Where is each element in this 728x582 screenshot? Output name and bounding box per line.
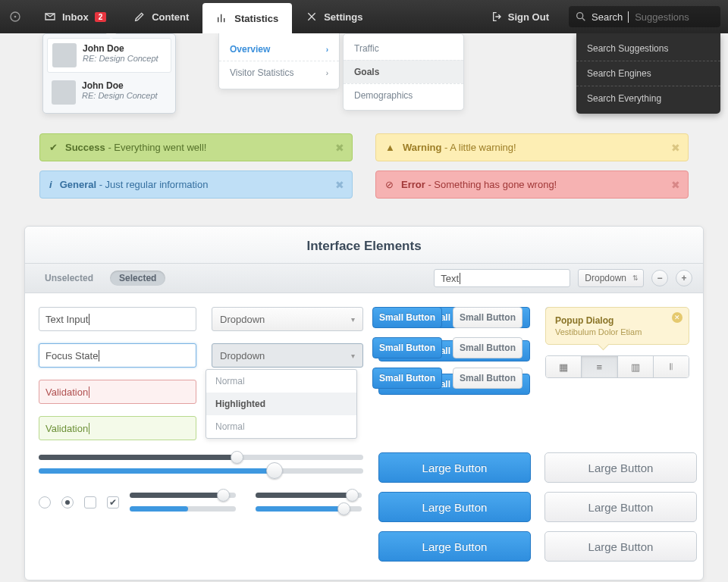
minus-button[interactable]: −: [651, 270, 668, 286]
close-icon[interactable]: ✖: [671, 142, 680, 154]
inbox-item[interactable]: John DoeRE: Design Concept: [47, 76, 171, 109]
small-button[interactable]: Small Button: [453, 368, 522, 389]
tab-selected[interactable]: Selected: [110, 271, 165, 286]
stats-submenu: Traffic Goals Demographics: [343, 33, 464, 111]
stats-menu-item[interactable]: Overview›: [219, 38, 339, 61]
sign-out-button[interactable]: Sign Out: [479, 0, 561, 33]
stats-menu: Overview› Visitor Statistics›: [218, 33, 340, 89]
close-icon[interactable]: ✕: [672, 312, 682, 323]
search-option[interactable]: Search Engines: [576, 61, 720, 86]
error-icon: ⊘: [385, 179, 394, 190]
plus-button[interactable]: +: [676, 270, 692, 286]
search-placeholder: Suggestions: [635, 11, 689, 23]
inbox-item[interactable]: John DoeRE: Design Concept: [47, 38, 171, 73]
close-icon[interactable]: ✖: [671, 179, 680, 191]
view-barcode-icon[interactable]: ⦀: [653, 356, 689, 377]
alert-error: ⊘Error - Something has gone wrong!✖: [375, 171, 689, 199]
small-button[interactable]: Small Button: [453, 337, 522, 358]
large-button-primary[interactable]: Large Button: [378, 492, 531, 522]
slider[interactable]: [39, 468, 363, 474]
mini-slider[interactable]: [130, 506, 236, 512]
popup-dialog: ✕ Popup Dialog Vestibulum Dolor Etiam: [545, 307, 689, 345]
text-input[interactable]: Text Input: [39, 307, 196, 331]
toolbar-dropdown[interactable]: Dropdown: [578, 269, 644, 287]
panel-title: Interface Elements: [25, 227, 703, 263]
nav-content[interactable]: Content: [120, 0, 202, 33]
mini-slider[interactable]: [130, 493, 236, 498]
large-button[interactable]: Large Button: [544, 492, 697, 522]
avatar: [52, 43, 77, 67]
alert-warning: ▲Warning - A little warning!✖: [375, 133, 689, 161]
large-button-primary[interactable]: Large Button: [378, 452, 531, 483]
inbox-popover: John DoeRE: Design Concept John DoeRE: D…: [42, 33, 176, 114]
small-button[interactable]: Small Button: [453, 307, 522, 328]
view-columns-icon[interactable]: ▥: [617, 356, 653, 377]
nav-settings[interactable]: Settings: [292, 0, 376, 33]
large-button-primary[interactable]: Large Button: [378, 531, 531, 562]
gear-icon: [306, 11, 318, 23]
signout-icon: [491, 11, 504, 23]
checkbox[interactable]: [84, 496, 96, 508]
nav-label: Inbox: [62, 11, 89, 23]
stats-icon: [216, 12, 228, 24]
search-icon: [575, 11, 587, 23]
large-button[interactable]: Large Button: [544, 531, 697, 562]
search-option[interactable]: Search Everything: [576, 86, 720, 111]
svg-point-2: [577, 13, 583, 19]
radio-checked[interactable]: [61, 496, 74, 508]
view-toggle: ▦ ≡ ▥ ⦀: [545, 355, 689, 378]
check-icon: ✔: [49, 142, 58, 153]
dropdown-menu: Normal Highlighted Normal: [206, 369, 357, 439]
radio[interactable]: [39, 496, 51, 508]
stats-menu-item[interactable]: Visitor Statistics›: [219, 61, 339, 84]
nav-inbox[interactable]: Inbox 2: [30, 0, 120, 33]
text-input-valid[interactable]: Validation: [39, 416, 196, 440]
small-button-primary[interactable]: Small Button: [372, 368, 442, 389]
alert-info: iGeneral - Just regular information✖: [39, 171, 353, 199]
submenu-demographics[interactable]: Demographics: [344, 83, 463, 107]
dropdown[interactable]: Dropdown: [212, 307, 363, 331]
app-icon[interactable]: [0, 0, 30, 33]
slider[interactable]: [39, 455, 363, 460]
text-input-focus[interactable]: Focus State: [39, 343, 196, 368]
toolbar-text-input[interactable]: Text: [434, 269, 570, 287]
large-button[interactable]: Large Button: [544, 452, 697, 483]
popup-title: Popup Dialog: [555, 315, 679, 326]
avatar: [52, 80, 76, 105]
popup-subtitle: Vestibulum Dolor Etiam: [555, 327, 679, 336]
nav-label: Statistics: [234, 13, 278, 24]
text-input-error[interactable]: Validation: [39, 380, 196, 404]
view-grid-icon[interactable]: ▦: [546, 356, 581, 377]
svg-point-1: [14, 16, 17, 18]
submenu-goals[interactable]: Goals: [344, 60, 463, 83]
edit-icon: [133, 11, 146, 23]
mini-slider[interactable]: [256, 493, 362, 498]
inbox-icon: [44, 11, 56, 23]
chevron-right-icon: ›: [326, 69, 328, 77]
submenu-traffic[interactable]: Traffic: [344, 37, 463, 60]
dropdown-option[interactable]: Normal: [206, 415, 356, 438]
chevron-right-icon: ›: [326, 45, 328, 54]
tab-unselected[interactable]: Unselected: [36, 271, 102, 286]
interface-panel: Interface Elements Unselected Selected T…: [24, 226, 704, 580]
info-icon: i: [49, 179, 52, 190]
search-suggestions: Search Suggestions Search Engines Search…: [576, 33, 720, 114]
inbox-badge: 2: [95, 12, 107, 22]
checkbox-checked[interactable]: ✔: [107, 496, 119, 508]
search-value: Search: [592, 11, 623, 23]
small-button-primary[interactable]: Small Button: [372, 337, 442, 358]
search-option[interactable]: Search Suggestions: [576, 36, 720, 61]
mini-slider[interactable]: [256, 506, 362, 512]
dropdown-option[interactable]: Highlighted: [206, 393, 356, 415]
search-input[interactable]: SearchSuggestions: [569, 6, 720, 27]
nav-statistics[interactable]: Statistics: [202, 3, 292, 33]
dropdown-open[interactable]: Dropdown: [212, 343, 363, 368]
view-list-icon[interactable]: ≡: [581, 356, 617, 377]
warning-icon: ▲: [385, 142, 395, 153]
close-icon[interactable]: ✖: [335, 179, 344, 191]
dropdown-option[interactable]: Normal: [206, 370, 356, 393]
nav-label: Content: [152, 11, 189, 23]
nav-label: Settings: [324, 11, 362, 23]
close-icon[interactable]: ✖: [335, 142, 344, 154]
small-button-primary[interactable]: Small Button: [372, 307, 442, 328]
